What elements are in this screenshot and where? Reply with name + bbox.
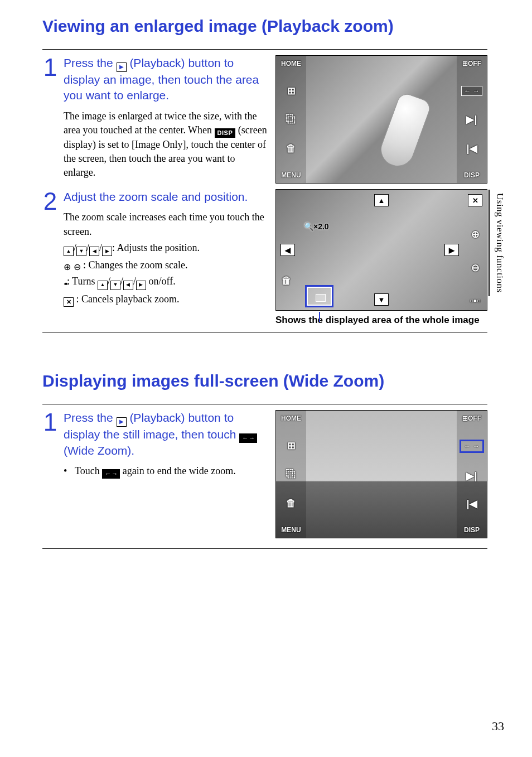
- fig2-arrow-up: ▲: [374, 194, 389, 206]
- osd-menu: MENU: [281, 172, 301, 179]
- osd-disp: DISP: [464, 172, 480, 179]
- fig2-toggle-icon: ▫▪▫: [470, 296, 480, 306]
- step2-line-cancel: : Cancels playback zoom.: [64, 292, 268, 307]
- step1-body: The image is enlarged at twice the size,…: [64, 109, 268, 180]
- divider: [42, 548, 487, 549]
- side-tab-label: Using viewing functions: [494, 193, 505, 293]
- wz-osd-trash-icon: 🗑: [286, 498, 296, 508]
- disp-icon: DISP: [215, 128, 236, 138]
- osd-off: ⊞OFF: [462, 60, 481, 67]
- playback-icon: [117, 62, 127, 72]
- osd-widezoom-icon: ← →: [461, 86, 482, 96]
- zoom-in-icon: ⊕: [64, 263, 71, 272]
- osd-home: HOME: [281, 60, 301, 67]
- step2-line-toggle: : Turns /// on/off.: [64, 274, 268, 290]
- step2-row: 2 Adjust the zoom scale and position. Th…: [42, 189, 487, 326]
- fig2-close-icon: ✕: [468, 194, 482, 206]
- step1-row: 1 Press the (Playback) button to display…: [42, 55, 487, 184]
- wide-zoom-icon-2: [102, 469, 120, 479]
- arrow-up-icon: [64, 247, 74, 256]
- divider: [42, 332, 487, 332]
- wz-osd-widezoom-highlight: ← →: [460, 440, 483, 453]
- divider: [42, 404, 487, 404]
- step1-number: 1: [42, 55, 58, 184]
- osd-prev-icon: |◀: [466, 143, 477, 153]
- figure-playback-touch: HOME ⊞ ⿻ 🗑 MENU ⊞OFF ← → ▶| |◀ DISP: [275, 55, 487, 184]
- step2-heading: Adjust the zoom scale and position.: [64, 189, 268, 205]
- fig2-arrow-down: ▼: [374, 293, 389, 306]
- arrow-left-icon-2: [123, 281, 133, 290]
- arrow-down-icon-2: [110, 281, 120, 290]
- fig2-arrow-left: ◀: [280, 244, 295, 256]
- osd-slideshow-icon: ⿻: [286, 114, 296, 124]
- divider: [42, 49, 487, 50]
- arrow-right-icon: [102, 247, 112, 256]
- wz-osd-index-icon: ⊞: [287, 441, 296, 451]
- figure-zoom-panel: ▲ ▼ ◀ ▶ 🔍×2.0 ✕ ⊕ ⊖ ▫▪▫ 🗑 Shows the disp…: [275, 189, 487, 326]
- fig2-arrow-right: ▶: [444, 244, 459, 256]
- fig2-area-indicator: [307, 287, 332, 306]
- step1-heading: Press the (Playback) button to display a…: [64, 55, 268, 104]
- section2-title: Displaying images full-screen (Wide Zoom…: [42, 372, 487, 390]
- wz-osd-prev-icon: |◀: [466, 499, 477, 509]
- wz-osd-slideshow-icon: ⿻: [286, 469, 296, 479]
- step2-line-zoom: ⊕ ⊖ : Changes the zoom scale.: [64, 258, 268, 272]
- wz-step1-row: 1 Press the (Playback) button to display…: [42, 410, 487, 538]
- wz-bullet: • Touch again to end the wide zoom.: [64, 464, 268, 479]
- finger-illustration: [376, 91, 433, 171]
- page-number: 33: [492, 719, 504, 734]
- arrow-up-icon-2: [98, 281, 108, 290]
- wz-osd-off: ⊞OFF: [462, 415, 481, 422]
- playback-icon-2: [117, 417, 127, 427]
- step2-line-adjust: ///: Adjusts the position.: [64, 241, 268, 257]
- arrow-right-icon-2: [136, 281, 146, 290]
- section1-title: Viewing an enlarged image (Playback zoom…: [42, 17, 487, 36]
- wz-osd-home: HOME: [281, 415, 301, 422]
- figure-wide-zoom: HOME ⊞ ⿻ 🗑 MENU ⊞OFF ← → ▶| |◀ DISP: [275, 410, 487, 538]
- side-tab: Using viewing functions: [489, 190, 506, 296]
- wz-osd-next-icon: ▶|: [466, 471, 477, 481]
- step2-number: 2: [42, 189, 58, 326]
- fig2-pointer-line: [319, 312, 320, 322]
- wz-step1-heading: Press the (Playback) button to display t…: [64, 410, 268, 459]
- step2-intro: The zoom scale increases each time you t…: [64, 210, 268, 238]
- arrow-left-icon: [89, 247, 99, 256]
- cancel-icon: [64, 297, 74, 307]
- fig2-zoomin-icon: ⊕: [471, 229, 480, 239]
- osd-index-icon: ⊞: [287, 86, 296, 96]
- step1-head-a: Press the: [64, 56, 117, 69]
- arrow-down-icon: [76, 247, 86, 256]
- fig2-zoomout-icon: ⊖: [471, 263, 480, 273]
- osd-next-icon: ▶|: [466, 114, 477, 124]
- wz-osd-disp: DISP: [464, 527, 480, 533]
- wz-osd-menu: MENU: [281, 527, 301, 533]
- figure-zoom-caption: Shows the displayed area of the whole im…: [275, 314, 487, 326]
- zoom-out-icon: ⊖: [74, 263, 81, 272]
- step2-body: The zoom scale increases each time you t…: [64, 210, 268, 307]
- fig2-trash-icon: 🗑: [282, 276, 292, 286]
- osd-trash-icon: 🗑: [286, 143, 296, 153]
- fig2-zoom-label: 🔍×2.0: [304, 222, 329, 231]
- wide-zoom-icon: [239, 433, 257, 443]
- wz-step1-number: 1: [42, 410, 58, 538]
